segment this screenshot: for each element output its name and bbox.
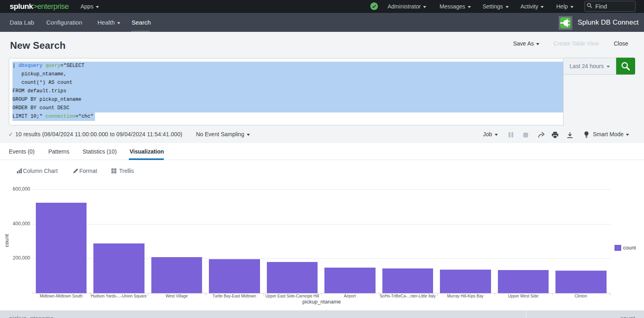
svg-text:Upper West Side: Upper West Side (508, 294, 539, 298)
svg-text:400,000: 400,000 (13, 221, 31, 227)
svg-text:Hudson Yards-...-Union Square: Hudson Yards-...-Union Square (91, 294, 147, 298)
svg-text:Airport: Airport (344, 294, 356, 298)
svg-text:600,000: 600,000 (13, 186, 31, 192)
svg-text:West Village: West Village (165, 294, 188, 298)
svg-text:count: count (623, 245, 636, 251)
svg-text:Murray Hill-Kips Bay: Murray Hill-Kips Bay (447, 294, 484, 298)
svg-text:pickup_ntaname: pickup_ntaname (302, 299, 341, 305)
svg-text:SoHo-TriBeCa-...nter-Little It: SoHo-TriBeCa-...nter-Little Italy (380, 294, 436, 298)
svg-text:200,000: 200,000 (13, 255, 31, 261)
svg-text:count: count (4, 234, 10, 247)
svg-text:Upper East Side-Carnegie Hill: Upper East Side-Carnegie Hill (265, 294, 319, 298)
svg-text:Clinton: Clinton (574, 294, 587, 298)
svg-text:Midtown-Midtown South: Midtown-Midtown South (40, 294, 83, 298)
svg-text:Turtle Bay-East Midtown: Turtle Bay-East Midtown (213, 294, 256, 298)
